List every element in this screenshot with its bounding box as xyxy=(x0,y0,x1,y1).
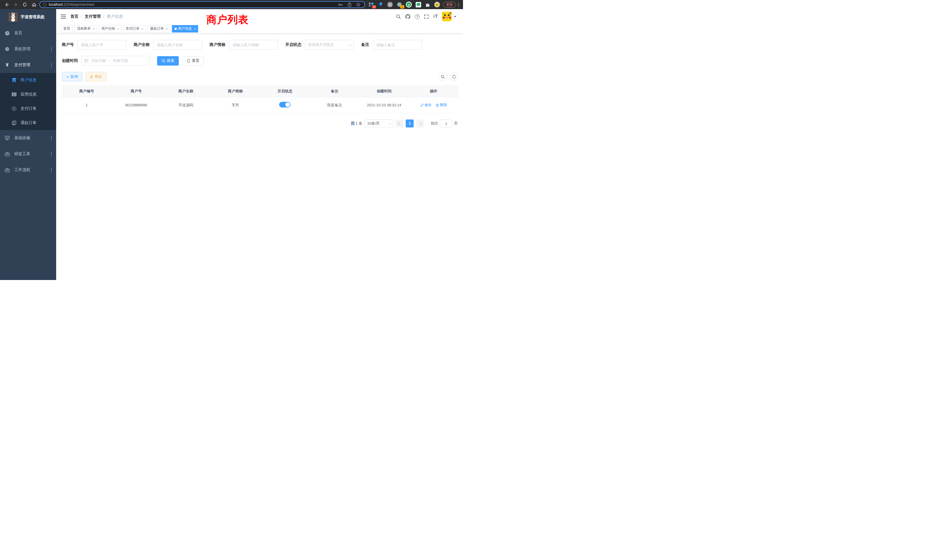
sidebar-item-merchant-info[interactable]: 商户信息 xyxy=(0,73,56,87)
table-header-row: 商户编号 商户号 商户全称 商户简称 开启状态 备注 创建时间 操作 xyxy=(62,85,458,97)
merchant-no-input[interactable] xyxy=(77,40,126,50)
status-toggle[interactable] xyxy=(279,102,291,107)
sidebar-item-workflow[interactable]: 工作流程 xyxy=(0,162,56,178)
export-button[interactable]: 导出 xyxy=(85,72,107,81)
reset-button[interactable]: 重置 xyxy=(182,56,204,65)
field-label: 备注 xyxy=(361,42,369,47)
tag-home[interactable]: 首页 xyxy=(61,25,73,32)
breadcrumb-current: 商户信息 xyxy=(107,14,123,19)
filter-status: 开启状态 请选择开启状态 xyxy=(285,40,354,50)
password-key-icon[interactable] xyxy=(338,3,343,6)
filter-remark: 备注 xyxy=(361,40,422,50)
extensions-puzzle-icon[interactable] xyxy=(425,2,431,8)
show-search-toggle-button[interactable] xyxy=(439,73,447,81)
sidebar-item-refund-order[interactable]: 退款订单 xyxy=(0,116,56,130)
next-page-button[interactable] xyxy=(416,120,424,127)
chevron-right-icon xyxy=(419,122,421,125)
browser-back-button[interactable] xyxy=(3,1,10,8)
tag-close-icon[interactable]: × xyxy=(166,27,167,30)
sidebar-item-app-info[interactable]: 应用信息 xyxy=(0,87,56,101)
tag-user-group[interactable]: 用户分组× xyxy=(98,25,121,32)
tag-pay-order[interactable]: 支付订单× xyxy=(123,25,146,32)
bookmark-star-icon[interactable] xyxy=(356,2,361,7)
url-bar[interactable]: i localhost:1024/pay/merchant xyxy=(39,1,365,8)
remark-input[interactable] xyxy=(373,40,422,50)
date-start-placeholder: 开始日期 xyxy=(91,58,106,63)
sidebar-collapse-icon[interactable] xyxy=(61,14,66,19)
add-button[interactable]: + 新增 xyxy=(62,72,82,81)
sidebar-item-system[interactable]: 系统管理 xyxy=(0,41,56,57)
sidebar-item-infra[interactable]: 基础设施 xyxy=(0,130,56,146)
goto-page-input[interactable] xyxy=(440,120,452,127)
refresh-table-button[interactable] xyxy=(450,73,458,81)
sidebar-item-home[interactable]: 首页 xyxy=(0,25,56,41)
help-icon[interactable]: ? xyxy=(415,14,420,19)
yudao-extension-icon[interactable]: y xyxy=(406,2,412,8)
sidebar-item-dev-tools[interactable]: 研发工具 xyxy=(0,146,56,162)
share-icon[interactable] xyxy=(348,2,351,7)
fullscreen-icon[interactable] xyxy=(424,14,429,19)
edit-link[interactable]: 修改 xyxy=(420,103,432,107)
pikachu-avatar xyxy=(442,12,452,21)
tag-close-icon[interactable]: × xyxy=(141,27,143,30)
plus-icon: + xyxy=(67,74,69,79)
sidebar-apps-extension-icon[interactable]: 10 xyxy=(368,2,374,8)
short-name-input[interactable] xyxy=(229,40,278,50)
breadcrumb-pay[interactable]: 支付管理 xyxy=(85,14,101,19)
briefcase-icon xyxy=(5,168,10,172)
page-size-select[interactable]: 10条/页 xyxy=(365,120,393,127)
site-info-icon[interactable]: i xyxy=(43,3,47,6)
create-time-range-picker[interactable]: 开始日期 - 结束日期 xyxy=(81,56,150,65)
breadcrumb-separator: / xyxy=(81,14,82,19)
browser-update-button[interactable]: 更新 xyxy=(443,2,456,8)
field-label: 商户号 xyxy=(62,42,74,47)
document-icon xyxy=(11,121,17,125)
field-label: 创建时间 xyxy=(62,58,78,63)
status-select[interactable]: 请选择开启状态 xyxy=(305,40,354,50)
delete-link[interactable]: 删除 xyxy=(436,103,447,107)
tag-merchant-info[interactable]: 商户信息× xyxy=(172,25,198,32)
header-search-icon[interactable] xyxy=(396,14,401,19)
dashboard-icon xyxy=(5,31,10,36)
sidebar-item-label: 基础设施 xyxy=(14,135,30,141)
cell-merchant-no: 1 xyxy=(62,103,112,107)
sidebar-item-pay-order[interactable]: ¥ 支付订单 xyxy=(0,101,56,116)
page-number-1[interactable]: 1 xyxy=(406,120,414,127)
tag-process-form[interactable]: 流程表单× xyxy=(74,25,97,32)
tag-close-icon[interactable]: × xyxy=(194,27,195,30)
browser-forward-button[interactable] xyxy=(12,1,20,8)
calendar-icon xyxy=(85,59,88,63)
prev-page-button[interactable] xyxy=(395,120,403,127)
chevron-down-icon xyxy=(389,122,392,125)
user-avatar-menu[interactable] xyxy=(442,12,456,21)
browser-menu-icon[interactable] xyxy=(458,3,460,6)
edit-pencil-icon xyxy=(420,103,424,107)
cell-short-name: 芋艿 xyxy=(211,103,260,108)
full-name-input[interactable] xyxy=(153,40,202,50)
sidebar-logo[interactable]: 芋道管理系统 xyxy=(0,9,56,25)
url-host: localhost xyxy=(49,3,63,6)
camera-extension-icon[interactable]: 1 xyxy=(396,2,402,8)
profile-emoji-icon[interactable] xyxy=(434,2,440,8)
tag-close-icon[interactable]: × xyxy=(117,27,119,30)
browser-home-button[interactable] xyxy=(30,1,38,8)
browser-reload-button[interactable] xyxy=(21,1,29,8)
sidebar-item-label: 研发工具 xyxy=(14,151,30,157)
tag-close-icon[interactable]: × xyxy=(93,27,94,30)
kite-extension-icon[interactable] xyxy=(377,2,384,8)
breadcrumb-home[interactable]: 首页 xyxy=(70,14,79,19)
chat-extension-icon[interactable] xyxy=(415,2,421,8)
page-content: 商户号 商户全称 商户简称 开启状态 请选择开启状态 xyxy=(56,34,463,127)
sidebar-item-pay[interactable]: ¥ 支付管理 xyxy=(0,57,56,73)
font-size-icon[interactable]: TT xyxy=(433,14,437,19)
github-icon[interactable] xyxy=(405,14,410,19)
search-button[interactable]: 搜索 xyxy=(157,56,179,65)
tag-refund-order[interactable]: 退款订单× xyxy=(147,25,170,32)
filter-short-name: 商户简称 xyxy=(210,40,278,50)
pagination-goto: 前往 页 xyxy=(431,120,458,127)
refresh-icon xyxy=(452,75,456,79)
table-tools xyxy=(439,73,458,81)
sidebar-item-label: 支付管理 xyxy=(14,62,30,68)
command-extension-icon[interactable] xyxy=(387,2,393,8)
navbar-actions: ? TT xyxy=(396,12,456,21)
